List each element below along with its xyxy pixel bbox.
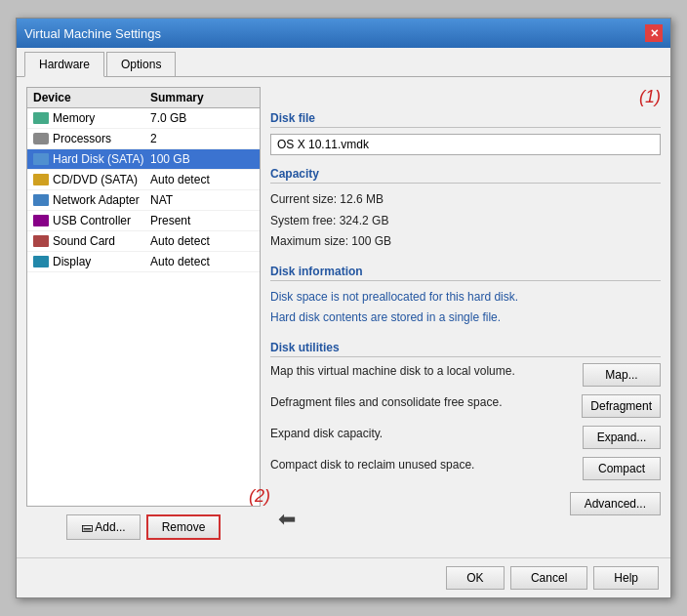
tab-hardware[interactable]: Hardware: [24, 52, 104, 77]
sound-icon: [33, 235, 49, 247]
virtual-machine-settings-window: Virtual Machine Settings ✕ Hardware Opti…: [16, 18, 671, 598]
device-name: CD/DVD (SATA): [33, 173, 150, 186]
disk-utilities-section: Disk utilities Map this virtual machine …: [270, 341, 661, 480]
main-content: Device Summary Memory 7.0 GB Processors: [17, 77, 670, 557]
disk-info-line1: Disk space is not preallocated for this …: [270, 287, 661, 308]
cancel-button[interactable]: Cancel: [510, 566, 587, 590]
device-summary: Auto detect: [150, 173, 254, 186]
table-row[interactable]: Display Auto detect: [27, 252, 260, 272]
utility-description-map: Map this virtual machine disk to a local…: [270, 363, 575, 380]
usb-icon: [33, 215, 49, 226]
table-row[interactable]: Hard Disk (SATA) 100 GB: [27, 149, 260, 170]
device-name: Sound Card: [33, 234, 150, 248]
disk-file-section: Disk file: [270, 111, 661, 155]
table-row[interactable]: Memory 7.0 GB: [27, 108, 260, 129]
close-button[interactable]: ✕: [645, 24, 663, 42]
utility-row-map: Map this virtual machine disk to a local…: [270, 363, 661, 387]
defragment-button[interactable]: Defragment: [582, 394, 661, 418]
capacity-title: Capacity: [270, 167, 661, 184]
right-panel: (1) Disk file Capacity Current size: 12.…: [270, 87, 661, 548]
table-row[interactable]: Sound Card Auto detect: [27, 231, 260, 252]
device-summary: 2: [150, 132, 254, 145]
utility-row-defragment: Defragment files and consolidate free sp…: [270, 394, 661, 418]
table-row[interactable]: Processors 2: [27, 129, 260, 149]
annotation-2: (2): [249, 486, 270, 507]
device-name: Processors: [33, 132, 150, 145]
annotation-1: (1): [270, 87, 661, 107]
capacity-section: Capacity Current size: 12.6 MB System fr…: [270, 167, 661, 253]
device-summary: 7.0 GB: [150, 111, 254, 125]
utility-description-defragment: Defragment files and consolidate free sp…: [270, 394, 574, 411]
processor-icon: [33, 133, 49, 144]
add-button[interactable]: 🖴 Add...: [66, 514, 141, 540]
compact-button[interactable]: Compact: [583, 457, 661, 480]
ok-button[interactable]: OK: [446, 566, 505, 590]
tab-options[interactable]: Options: [106, 52, 176, 76]
disk-utilities-title: Disk utilities: [270, 341, 661, 357]
device-name: Display: [33, 255, 150, 268]
header-device: Device: [33, 91, 150, 104]
device-name: Memory: [33, 111, 150, 125]
disk-information-title: Disk information: [270, 265, 661, 281]
window-title: Virtual Machine Settings: [24, 26, 161, 41]
help-button[interactable]: Help: [593, 566, 659, 590]
network-icon: [33, 194, 49, 206]
table-row[interactable]: Network Adapter NAT: [27, 190, 260, 211]
device-table: Device Summary Memory 7.0 GB Processors: [26, 87, 261, 507]
memory-icon: [33, 112, 49, 124]
utility-row-compact: Compact disk to reclaim unused space. Co…: [270, 457, 661, 480]
expand-button[interactable]: Expand...: [583, 426, 661, 449]
add-icon: 🖴: [81, 520, 96, 534]
harddisk-icon: [33, 153, 49, 165]
device-summary: Auto detect: [150, 255, 254, 268]
disk-file-input[interactable]: [270, 134, 661, 155]
table-action-buttons: 🖴 Add... Remove (2) ⬅: [26, 507, 261, 548]
advanced-button[interactable]: Advanced...: [570, 492, 661, 515]
table-header: Device Summary: [27, 88, 260, 108]
utility-description-compact: Compact disk to reclaim unused space.: [270, 457, 575, 473]
utility-description-expand: Expand disk capacity.: [270, 426, 575, 442]
dialog-footer: OK Cancel Help: [17, 557, 670, 597]
current-size: Current size: 12.6 MB: [270, 189, 661, 211]
system-free: System free: 324.2 GB: [270, 211, 661, 232]
device-summary: Auto detect: [150, 234, 254, 248]
utility-row-expand: Expand disk capacity. Expand...: [270, 426, 661, 449]
tab-bar: Hardware Options: [17, 48, 670, 77]
left-panel: Device Summary Memory 7.0 GB Processors: [26, 87, 261, 548]
device-name: Network Adapter: [33, 193, 150, 207]
device-summary: NAT: [150, 193, 254, 207]
disk-info-line2: Hard disk contents are stored in a singl…: [270, 308, 661, 329]
disk-information-section: Disk information Disk space is not preal…: [270, 265, 661, 329]
table-row[interactable]: USB Controller Present: [27, 211, 260, 231]
device-name: USB Controller: [33, 214, 150, 227]
title-bar: Virtual Machine Settings ✕: [17, 19, 670, 48]
remove-button[interactable]: Remove: [146, 514, 222, 540]
map-button[interactable]: Map...: [583, 363, 661, 387]
table-row[interactable]: CD/DVD (SATA) Auto detect: [27, 170, 260, 190]
display-icon: [33, 256, 49, 267]
disk-file-title: Disk file: [270, 111, 661, 128]
maximum-size: Maximum size: 100 GB: [270, 231, 661, 253]
header-summary: Summary: [150, 91, 254, 104]
device-summary: Present: [150, 214, 254, 227]
device-summary: 100 GB: [150, 152, 254, 166]
cddvd-icon: [33, 174, 49, 185]
arrow-indicator: ⬅: [278, 507, 296, 532]
device-name: Hard Disk (SATA): [33, 152, 150, 166]
advanced-row: Advanced...: [270, 492, 661, 515]
